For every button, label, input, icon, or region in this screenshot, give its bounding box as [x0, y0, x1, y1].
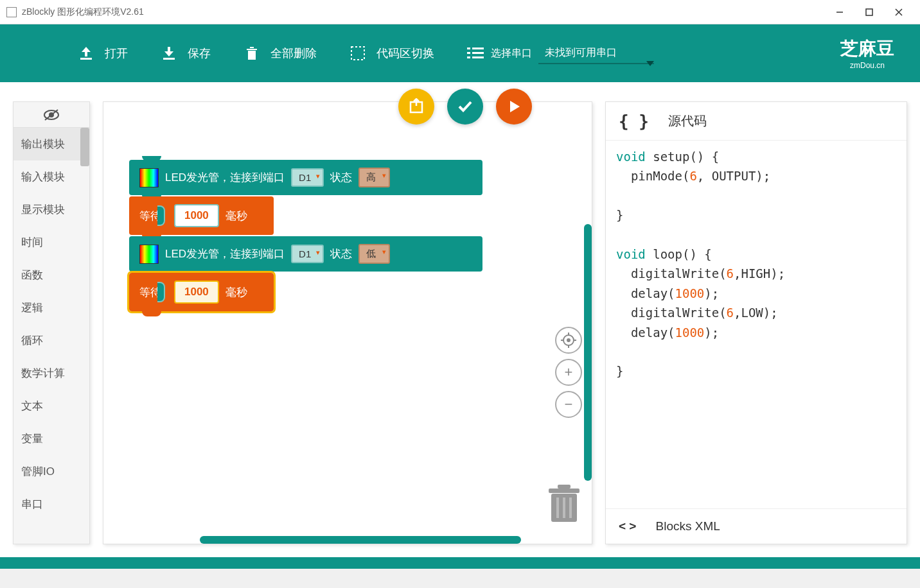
- state-label: 状态: [330, 246, 352, 261]
- svg-rect-7: [467, 52, 470, 54]
- titlebar: zBlockly 图形化编程环境V2.61: [0, 0, 920, 24]
- delete-all-label: 全部删除: [270, 46, 317, 61]
- sidebar-item-logic[interactable]: 逻辑: [13, 291, 89, 324]
- verify-button[interactable]: [447, 89, 483, 125]
- sidebar-item-display[interactable]: 显示模块: [13, 193, 89, 226]
- wait-unit: 毫秒: [226, 285, 247, 300]
- sidebar-item-input[interactable]: 输入模块: [13, 160, 89, 193]
- trash-icon: [243, 44, 261, 62]
- toggle-icon: [349, 44, 367, 62]
- zoom-in-button[interactable]: +: [555, 359, 582, 386]
- led-label: LED发光管，连接到端口: [165, 170, 285, 185]
- download-icon: [160, 44, 178, 62]
- open-label: 打开: [105, 46, 128, 61]
- led-block-2[interactable]: LED发光管，连接到端口 D1 状态 低: [129, 236, 482, 272]
- status-bar: [0, 557, 920, 569]
- blocks-workspace: LED发光管，连接到端口 D1 状态 高 等待 1000 毫秒 LED发光管，连…: [129, 160, 482, 313]
- visibility-toggle[interactable]: [13, 102, 89, 128]
- wait-unit: 毫秒: [226, 209, 247, 223]
- svg-rect-24: [556, 497, 559, 518]
- sidebar-item-function[interactable]: 函数: [13, 259, 89, 291]
- svg-rect-8: [472, 52, 484, 54]
- run-button[interactable]: [496, 89, 532, 125]
- eye-off-icon: [42, 108, 60, 121]
- code-header: { } 源代码: [606, 102, 907, 141]
- canvas-controls: + −: [555, 327, 582, 418]
- port-dropdown-2[interactable]: D1: [291, 245, 324, 263]
- led-block-1[interactable]: LED发光管，连接到端口 D1 状态 高: [129, 160, 482, 195]
- sidebar-scrollbar[interactable]: [80, 128, 89, 166]
- select-port-label: 选择串口: [491, 47, 532, 60]
- toggle-code-button[interactable]: 代码区切换: [349, 44, 434, 62]
- save-label: 保存: [188, 46, 211, 61]
- maximize-button[interactable]: [854, 3, 884, 22]
- main-area: 输出模块 输入模块 显示模块 时间 函数 逻辑 循环 数学计算 文本 变量 管脚…: [0, 82, 920, 557]
- state-label: 状态: [330, 170, 352, 185]
- svg-rect-25: [563, 497, 565, 518]
- port-status: 未找到可用串口: [545, 47, 617, 58]
- window-title: zBlockly 图形化编程环境V2.61: [22, 6, 144, 18]
- logo: 芝麻豆 zmDou.cn: [840, 37, 894, 70]
- sidebar-item-serial[interactable]: 串口: [13, 488, 89, 521]
- svg-rect-9: [467, 56, 470, 58]
- center-button[interactable]: [555, 327, 582, 354]
- svg-rect-5: [467, 48, 470, 49]
- code-footer[interactable]: < > Blocks XML: [606, 508, 907, 544]
- zoom-out-button[interactable]: −: [555, 391, 582, 418]
- port-selector[interactable]: 选择串口 未找到可用串口: [466, 43, 654, 64]
- category-sidebar: 输出模块 输入模块 显示模块 时间 函数 逻辑 循环 数学计算 文本 变量 管脚…: [13, 101, 90, 544]
- svg-rect-1: [866, 9, 872, 15]
- angle-brackets-icon: < >: [619, 519, 636, 533]
- sidebar-item-loop[interactable]: 循环: [13, 324, 89, 357]
- code-title: 源代码: [668, 112, 707, 130]
- led-icon: [139, 245, 159, 264]
- svg-rect-23: [558, 485, 571, 489]
- action-buttons: [398, 89, 532, 125]
- wait-block-2[interactable]: 等待 1000 毫秒: [129, 273, 274, 311]
- port-dropdown[interactable]: 未找到可用串口: [538, 43, 654, 64]
- close-button[interactable]: [884, 3, 914, 22]
- braces-icon: { }: [619, 112, 649, 131]
- led-icon: [139, 168, 159, 187]
- sidebar-item-output[interactable]: 输出模块: [13, 128, 89, 160]
- export-button[interactable]: [398, 89, 434, 125]
- upload-icon: [77, 44, 95, 62]
- save-button[interactable]: 保存: [160, 44, 211, 62]
- state-dropdown-high[interactable]: 高: [358, 168, 390, 187]
- sidebar-item-time[interactable]: 时间: [13, 226, 89, 259]
- logo-subtext: zmDou.cn: [850, 61, 885, 70]
- svg-rect-26: [569, 497, 572, 518]
- canvas-h-scrollbar[interactable]: [200, 536, 521, 544]
- sidebar-item-pin-io[interactable]: 管脚IO: [13, 455, 89, 488]
- toggle-code-label: 代码区切换: [376, 46, 434, 61]
- sidebar-item-text[interactable]: 文本: [13, 390, 89, 422]
- logo-text: 芝麻豆: [840, 37, 894, 61]
- list-icon: [466, 44, 484, 62]
- app-icon: [6, 7, 17, 17]
- block-canvas[interactable]: LED发光管，连接到端口 D1 状态 高 等待 1000 毫秒 LED发光管，连…: [103, 101, 592, 544]
- state-dropdown-low[interactable]: 低: [358, 244, 390, 264]
- toolbar: 打开 保存 全部删除 代码区切换 选择串口 未找到可用串口 芝麻豆 zmDou.…: [0, 24, 920, 82]
- led-label: LED发光管，连接到端口: [165, 246, 285, 261]
- minimize-button[interactable]: [825, 3, 854, 22]
- sidebar-item-variable[interactable]: 变量: [13, 422, 89, 455]
- svg-rect-10: [472, 56, 484, 58]
- wait-block-1[interactable]: 等待 1000 毫秒: [129, 196, 274, 235]
- delete-all-button[interactable]: 全部删除: [243, 44, 317, 62]
- svg-rect-4: [351, 47, 364, 60]
- sidebar-list: 输出模块 输入模块 显示模块 时间 函数 逻辑 循环 数学计算 文本 变量 管脚…: [13, 128, 89, 544]
- open-button[interactable]: 打开: [77, 44, 128, 62]
- blocks-xml-label: Blocks XML: [655, 519, 720, 533]
- wait-value-2[interactable]: 1000: [174, 281, 219, 304]
- wait-value-1[interactable]: 1000: [174, 204, 219, 227]
- svg-point-16: [567, 339, 570, 342]
- svg-rect-22: [549, 489, 579, 493]
- trash-can[interactable]: [546, 483, 582, 524]
- sidebar-item-math[interactable]: 数学计算: [13, 357, 89, 390]
- canvas-v-scrollbar[interactable]: [584, 224, 592, 481]
- code-panel: { } 源代码 void setup() { pinMode(6, OUTPUT…: [605, 101, 907, 544]
- svg-rect-6: [472, 48, 484, 49]
- code-body[interactable]: void setup() { pinMode(6, OUTPUT); } voi…: [606, 141, 907, 508]
- port-dropdown-1[interactable]: D1: [291, 168, 324, 187]
